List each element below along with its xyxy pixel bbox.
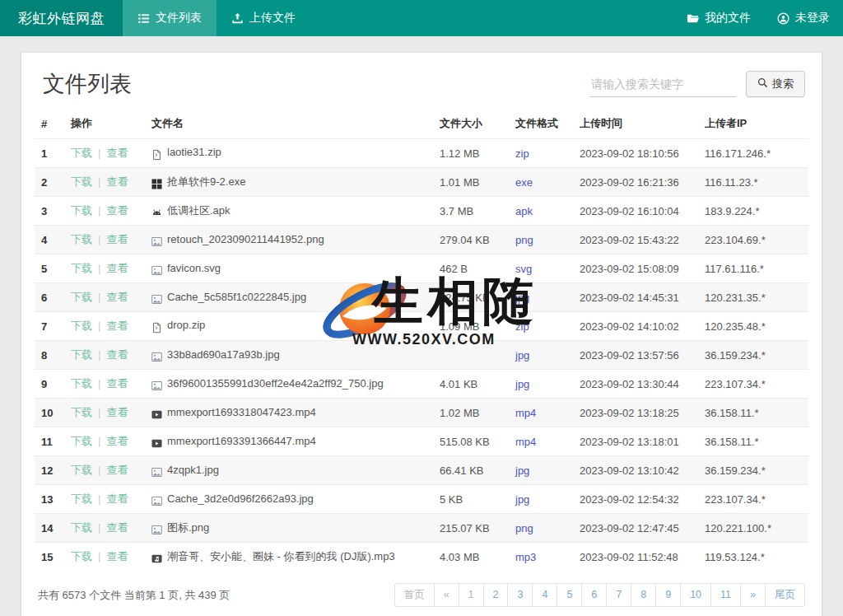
row-number: 9 xyxy=(35,370,64,399)
view-link[interactable]: 查看 xyxy=(106,233,128,245)
view-link[interactable]: 查看 xyxy=(106,262,128,274)
image-file-icon xyxy=(151,379,162,391)
uploader-ip: 119.53.124.* xyxy=(698,543,808,572)
page-item-5[interactable]: 5 xyxy=(557,583,582,607)
download-link[interactable]: 下载 xyxy=(71,492,92,505)
login-status-label: 未登录 xyxy=(795,11,830,26)
download-link[interactable]: 下载 xyxy=(71,147,92,159)
search-button-label: 搜索 xyxy=(772,77,794,91)
brand[interactable]: 彩虹外链网盘 xyxy=(0,0,123,36)
download-link[interactable]: 下载 xyxy=(71,435,92,447)
page-item-4[interactable]: 4 xyxy=(532,583,557,607)
download-link[interactable]: 下载 xyxy=(71,291,92,303)
file-format-link[interactable]: mp4 xyxy=(515,436,536,448)
file-size: 4.01 KB xyxy=(433,370,509,399)
download-link[interactable]: 下载 xyxy=(71,550,92,562)
table-row: 12 下载|查看 4zqpk1.jpg 66.41 KB jpg 2023-09… xyxy=(35,456,808,485)
view-link[interactable]: 查看 xyxy=(106,521,128,534)
view-link[interactable]: 查看 xyxy=(106,435,128,447)
search-button[interactable]: 搜索 xyxy=(746,71,805,97)
file-format-link[interactable]: jpg xyxy=(515,378,529,390)
windows-file-icon xyxy=(151,177,162,189)
download-link[interactable]: 下载 xyxy=(71,521,92,534)
download-link[interactable]: 下载 xyxy=(71,406,92,418)
page-item-3[interactable]: 3 xyxy=(507,583,533,607)
view-link[interactable]: 查看 xyxy=(106,377,128,390)
view-link[interactable]: 查看 xyxy=(106,320,128,332)
file-format-link[interactable]: jpg xyxy=(515,464,529,477)
view-link[interactable]: 查看 xyxy=(106,348,128,361)
folder-icon xyxy=(687,12,699,25)
download-link[interactable]: 下载 xyxy=(71,204,92,217)
page-item-7[interactable]: 7 xyxy=(606,583,631,607)
download-link[interactable]: 下载 xyxy=(71,464,92,476)
table-row: 15 下载|查看 潮音哥、安小能、圈妹 - 你看到的我 (DJ版).mp3 4.… xyxy=(35,543,808,572)
download-link[interactable]: 下载 xyxy=(71,377,92,390)
download-link[interactable]: 下载 xyxy=(71,348,92,361)
uploader-ip: 36.158.11.* xyxy=(698,399,808,427)
page-item-8[interactable]: 8 xyxy=(631,583,656,607)
page-item-2[interactable]: 2 xyxy=(483,583,509,607)
content-card: 文件列表 搜索 # 操作 文件名 文件大小 文件格式 上传时间 上传者IP xyxy=(21,53,822,616)
view-link[interactable]: 查看 xyxy=(106,147,128,159)
table-row: 3 下载|查看 低调社区.apk 3.7 MB apk 2023-09-02 1… xyxy=(35,197,808,226)
row-number: 10 xyxy=(35,399,64,427)
file-format-link[interactable]: jpg xyxy=(515,349,529,362)
col-header-index: # xyxy=(35,109,64,139)
row-number: 13 xyxy=(35,485,64,514)
navbar: 彩虹外链网盘 文件列表 上传文件 我的文件 未登录 xyxy=(0,0,843,36)
download-link[interactable]: 下载 xyxy=(71,320,92,332)
pagination: 首页«1234567891011»尾页 xyxy=(394,583,805,607)
file-name: retouch_2023090211441952.png xyxy=(167,233,324,245)
action-separator: | xyxy=(92,492,106,505)
page-item-11[interactable]: 11 xyxy=(710,583,741,607)
file-format-link[interactable]: apk xyxy=(515,205,533,217)
view-link[interactable]: 查看 xyxy=(106,492,128,505)
tab-file-list[interactable]: 文件列表 xyxy=(123,0,217,36)
file-size: 462 B xyxy=(433,254,509,283)
view-link[interactable]: 查看 xyxy=(106,204,128,217)
tab-upload-file[interactable]: 上传文件 xyxy=(217,0,310,36)
table-row: 13 下载|查看 Cache_3d2e0d96f2662a93.jpg 5 KB… xyxy=(35,485,808,514)
col-header-filename: 文件名 xyxy=(145,109,433,139)
action-separator: | xyxy=(92,435,106,447)
download-link[interactable]: 下载 xyxy=(71,233,92,245)
file-format-link[interactable]: zip xyxy=(515,320,529,333)
page-item-尾页[interactable]: 尾页 xyxy=(765,583,805,607)
view-link[interactable]: 查看 xyxy=(106,406,128,418)
uploader-ip: 183.9.224.* xyxy=(698,197,808,226)
view-link[interactable]: 查看 xyxy=(106,291,128,303)
file-size xyxy=(433,341,509,370)
image-file-icon xyxy=(151,235,162,247)
search-input[interactable] xyxy=(589,72,736,97)
file-format-link[interactable]: mp3 xyxy=(515,551,536,563)
file-format-link[interactable]: mp4 xyxy=(515,407,536,419)
page-item-»[interactable]: » xyxy=(740,583,766,607)
file-format-link[interactable]: jpg xyxy=(515,493,529,506)
file-format-link[interactable]: jpg xyxy=(515,292,529,304)
download-link[interactable]: 下载 xyxy=(71,262,92,274)
my-files-link[interactable]: 我的文件 xyxy=(673,0,764,36)
file-format-link[interactable]: svg xyxy=(515,263,532,275)
upload-time: 2023-09-02 13:30:44 xyxy=(573,370,698,399)
view-link[interactable]: 查看 xyxy=(106,550,128,562)
file-format-link[interactable]: exe xyxy=(515,176,533,189)
file-format-link[interactable]: zip xyxy=(515,147,529,160)
download-link[interactable]: 下载 xyxy=(71,175,92,188)
file-size: 279.04 KB xyxy=(433,226,509,254)
row-number: 6 xyxy=(35,283,64,312)
table-row: 6 下载|查看 Cache_5c585f1c0222845.jpg 224.75… xyxy=(35,283,808,312)
page-item-6[interactable]: 6 xyxy=(581,583,607,607)
action-separator: | xyxy=(92,521,106,534)
page-item-9[interactable]: 9 xyxy=(655,583,681,607)
file-format-link[interactable]: png xyxy=(515,234,533,246)
view-link[interactable]: 查看 xyxy=(106,464,128,476)
row-number: 12 xyxy=(35,456,64,485)
table-row: 1 下载|查看 laotie31.zip 1.12 MB zip 2023-09… xyxy=(35,139,808,168)
file-format-link[interactable]: png xyxy=(515,522,533,534)
page-item-10[interactable]: 10 xyxy=(680,583,711,607)
view-link[interactable]: 查看 xyxy=(106,175,128,188)
search-box: 搜索 xyxy=(589,71,805,97)
login-status-link[interactable]: 未登录 xyxy=(764,0,843,36)
file-size: 1.12 MB xyxy=(433,139,509,168)
